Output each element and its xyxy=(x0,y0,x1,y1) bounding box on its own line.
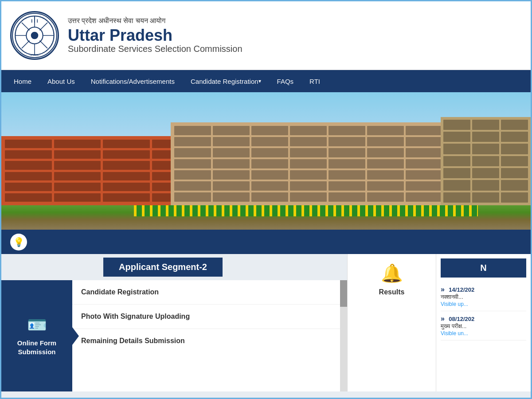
sidebar-arrow xyxy=(72,327,79,345)
news-visible-1: Visible up... xyxy=(441,301,526,307)
news-item-1: » 14/12/202 नक्शानवी... Visible up... xyxy=(441,282,526,311)
news-text-1: नक्शानवी... xyxy=(441,293,526,301)
nav-candidate-reg[interactable]: Candidate Registration xyxy=(183,70,269,92)
online-form-sidebar[interactable]: 🪪 Online FormSubmission xyxy=(1,280,72,391)
menu-candidate-registration[interactable]: Candidate Registration xyxy=(72,280,340,305)
id-card-icon: 🪪 xyxy=(27,316,47,334)
main-navbar: Home About Us Notifications/Advertisemen… xyxy=(1,70,531,92)
building-image xyxy=(1,92,531,230)
segment-content: 🪪 Online FormSubmission Candidate Regist… xyxy=(1,280,347,391)
scrollbar-thumb[interactable] xyxy=(340,280,347,307)
segment-title-row: Applicant Segment-2 xyxy=(1,254,347,280)
n-badge: N xyxy=(441,258,526,278)
results-section: 🔔 Results xyxy=(347,254,436,391)
segment-wrapper: Applicant Segment-2 🪪 Online FormSubmiss… xyxy=(1,254,347,391)
bell-icon: 🔔 xyxy=(381,263,403,284)
nav-about[interactable]: About Us xyxy=(39,70,83,92)
header-hindi: उत्तर प्रदेश अधीनस्थ सेवा चयन आयोग xyxy=(68,17,243,25)
bottom-section: Applicant Segment-2 🪪 Online FormSubmiss… xyxy=(1,254,531,391)
menu-photo-upload[interactable]: Photo With Signature Uploading xyxy=(72,305,340,329)
header-text: उत्तर प्रदेश अधीनस्थ सेवा चयन आयोग Uttar… xyxy=(68,17,243,55)
news-text-2: मुख्य परीक्ष... xyxy=(441,323,526,330)
header-main-title: Uttar Pradesh xyxy=(68,27,243,44)
news-date-2: » 08/12/202 xyxy=(441,315,526,323)
segment-title: Applicant Segment-2 xyxy=(103,258,223,277)
menu-remaining-details[interactable]: Remaining Details Submission xyxy=(72,329,340,353)
site-header: UPSSSC उत्तर प्रदेश अधीनस्थ सेवा चयन आयो… xyxy=(1,1,531,70)
blue-strip: 💡 xyxy=(1,230,531,254)
lightbulb-icon: 💡 xyxy=(10,234,27,250)
double-arrow-icon: » xyxy=(441,286,445,293)
sidebar-form-label: Online FormSubmission xyxy=(17,339,56,356)
nav-faqs[interactable]: FAQs xyxy=(269,70,302,92)
news-item-2: » 08/12/202 मुख्य परीक्ष... Visible un..… xyxy=(441,311,526,340)
svg-point-3 xyxy=(31,32,39,39)
svg-text:UPSSSC: UPSSSC xyxy=(30,54,39,56)
news-section: N » 14/12/202 नक्शानवी... Visible up... … xyxy=(436,254,531,391)
nav-rti[interactable]: RTI xyxy=(301,70,328,92)
results-label: Results xyxy=(379,288,405,296)
logo: UPSSSC xyxy=(10,11,59,60)
nav-home[interactable]: Home xyxy=(6,70,39,92)
news-visible-2: Visible un... xyxy=(441,330,526,336)
scrollbar-track[interactable] xyxy=(340,280,347,391)
double-arrow-icon-2: » xyxy=(441,315,445,322)
nav-notifications[interactable]: Notifications/Advertisements xyxy=(83,70,183,92)
news-date-1: » 14/12/202 xyxy=(441,286,526,293)
hero-banner xyxy=(1,92,531,230)
header-subtitle: Subordinate Services Selection Commissio… xyxy=(68,44,243,54)
form-menu: Candidate Registration Photo With Signat… xyxy=(72,280,340,391)
